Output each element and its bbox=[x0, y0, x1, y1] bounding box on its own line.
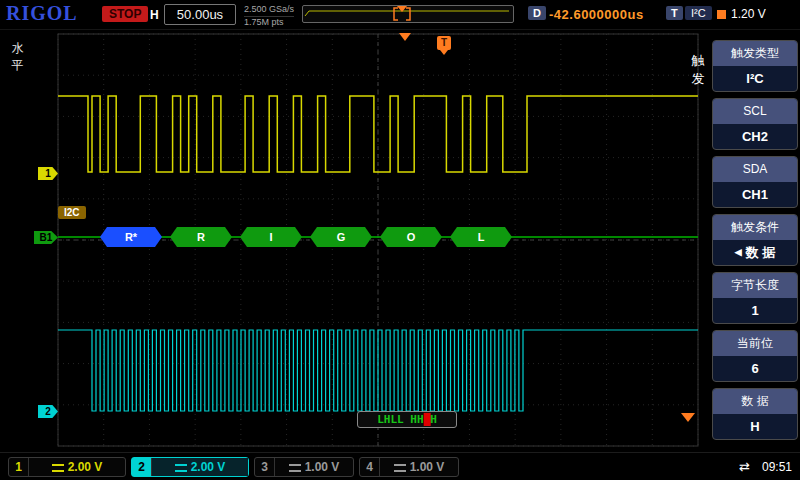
menu-byte-length-value: 1 bbox=[713, 298, 797, 323]
menu-trigger-type-label: 触发类型 bbox=[713, 41, 797, 66]
decode-bubble: L bbox=[450, 227, 512, 247]
decode-bubble: I bbox=[240, 227, 302, 247]
menu-byte-length-label: 字节长度 bbox=[713, 273, 797, 298]
menu-sda-label: SDA bbox=[713, 157, 797, 182]
sample-rate: 2.500 GSa/s bbox=[244, 4, 294, 17]
decode-bubble: R bbox=[170, 227, 232, 247]
menu-byte-length[interactable]: 字节长度 1 bbox=[712, 272, 798, 324]
delay-readout: -42.6000000us bbox=[549, 7, 644, 22]
channel3-status[interactable]: 3 1.00 V bbox=[254, 457, 354, 477]
dc-coupling-icon bbox=[289, 463, 301, 472]
svg-text:O: O bbox=[407, 231, 416, 243]
channel2-scale-value: 2.00 V bbox=[191, 460, 226, 474]
waveform-position-bar[interactable] bbox=[302, 5, 514, 23]
transfer-icon: ⇄ bbox=[739, 459, 750, 474]
clock-readout: 09:51 bbox=[762, 460, 792, 474]
channel4-scale: 1.00 V bbox=[380, 458, 458, 476]
menu-current-bit-label: 当前位 bbox=[713, 331, 797, 356]
dc-coupling-icon bbox=[394, 463, 406, 472]
channel4-status[interactable]: 4 1.00 V bbox=[359, 457, 459, 477]
svg-text:G: G bbox=[337, 231, 346, 243]
menu-trigger-condition-value: ◀ 数 据 bbox=[713, 240, 797, 265]
channel1-scale: 2.00 V bbox=[29, 458, 125, 476]
svg-text:I: I bbox=[269, 231, 272, 243]
trigger-edge-icon bbox=[681, 413, 695, 422]
bit-pattern-readout: LHLL HH █ H bbox=[357, 411, 457, 428]
menu-trigger-condition[interactable]: 触发条件 ◀ 数 据 bbox=[712, 214, 798, 266]
channel3-number: 3 bbox=[255, 458, 275, 476]
decode-bubble: G bbox=[310, 227, 372, 247]
decode-bus-tag: I2C bbox=[58, 206, 86, 219]
channel1-number: 1 bbox=[9, 458, 29, 476]
menu-data-label: 数 据 bbox=[713, 389, 797, 414]
memory-depth: 1.75M pts bbox=[244, 17, 294, 28]
waveform-display: R*RIGOL bbox=[0, 0, 800, 480]
delay-label: D bbox=[528, 6, 546, 20]
trigger-level-readout: 1.20 V bbox=[717, 7, 766, 21]
channel4-number: 4 bbox=[360, 458, 380, 476]
channel1-scale-value: 2.00 V bbox=[68, 460, 103, 474]
channel3-scale: 1.00 V bbox=[275, 458, 353, 476]
dc-coupling-icon bbox=[175, 463, 187, 472]
decode-bubble: O bbox=[380, 227, 442, 247]
decode-bubble: R* bbox=[100, 227, 162, 247]
trigger-menu-label: 触发 bbox=[690, 52, 706, 88]
channel2-number: 2 bbox=[132, 458, 152, 476]
menu-current-bit[interactable]: 当前位 6 bbox=[712, 330, 798, 382]
top-status-bar: RIGOL STOP H 50.00us 2.500 GSa/s 1.75M p… bbox=[0, 0, 800, 30]
trigger-flag-icon[interactable]: T bbox=[437, 36, 451, 50]
dc-coupling-icon bbox=[52, 463, 64, 472]
svg-text:R: R bbox=[197, 231, 205, 243]
acquisition-info: 2.500 GSa/s 1.75M pts bbox=[244, 4, 294, 28]
bit-pattern-highlight: █ bbox=[424, 413, 431, 426]
trigger-level-icon bbox=[717, 10, 726, 19]
svg-text:L: L bbox=[478, 231, 485, 243]
channel1-status[interactable]: 1 2.00 V bbox=[8, 457, 126, 477]
oscilloscope-screen: R*RIGOL RIGOL STOP H 50.00us 2.500 GSa/s… bbox=[0, 0, 800, 480]
run-state-indicator: STOP bbox=[102, 6, 148, 22]
menu-scl-source[interactable]: SCL CH2 bbox=[712, 98, 798, 150]
waveform-preview-icon bbox=[303, 6, 513, 22]
horizontal-label: H bbox=[150, 8, 159, 22]
menu-sda-source[interactable]: SDA CH1 bbox=[712, 156, 798, 208]
brand-logo: RIGOL bbox=[6, 2, 78, 25]
trigger-label: T bbox=[666, 6, 683, 20]
trigger-level-value: 1.20 V bbox=[731, 7, 766, 21]
bottom-status-bar: 1 2.00 V 2 2.00 V 3 1.00 V 4 1.00 V bbox=[0, 452, 800, 480]
channel4-scale-value: 1.00 V bbox=[410, 460, 445, 474]
channel3-scale-value: 1.00 V bbox=[305, 460, 340, 474]
menu-data[interactable]: 数 据 H bbox=[712, 388, 798, 440]
menu-trigger-condition-label: 触发条件 bbox=[713, 215, 797, 240]
menu-trigger-condition-text: 数 据 bbox=[746, 240, 776, 265]
menu-scl-label: SCL bbox=[713, 99, 797, 124]
svg-text:R*: R* bbox=[125, 231, 138, 243]
menu-trigger-type-value: I²C bbox=[713, 66, 797, 91]
menu-scl-value: CH2 bbox=[713, 124, 797, 149]
channel2-status[interactable]: 2 2.00 V bbox=[131, 457, 249, 477]
menu-trigger-type[interactable]: 触发类型 I²C bbox=[712, 40, 798, 92]
chevron-left-icon: ◀ bbox=[735, 240, 742, 265]
timebase-readout[interactable]: 50.00us bbox=[164, 4, 236, 25]
bit-pattern-right: H bbox=[430, 413, 437, 426]
menu-sda-value: CH1 bbox=[713, 182, 797, 207]
menu-current-bit-value: 6 bbox=[713, 356, 797, 381]
trigger-source-badge: I²C bbox=[685, 6, 712, 20]
horizontal-panel-label: 水平 bbox=[10, 40, 25, 74]
trigger-position-icon[interactable] bbox=[399, 33, 411, 41]
menu-data-value: H bbox=[713, 414, 797, 439]
bit-pattern-left: LHLL HH bbox=[377, 413, 423, 426]
channel2-scale: 2.00 V bbox=[152, 458, 248, 476]
